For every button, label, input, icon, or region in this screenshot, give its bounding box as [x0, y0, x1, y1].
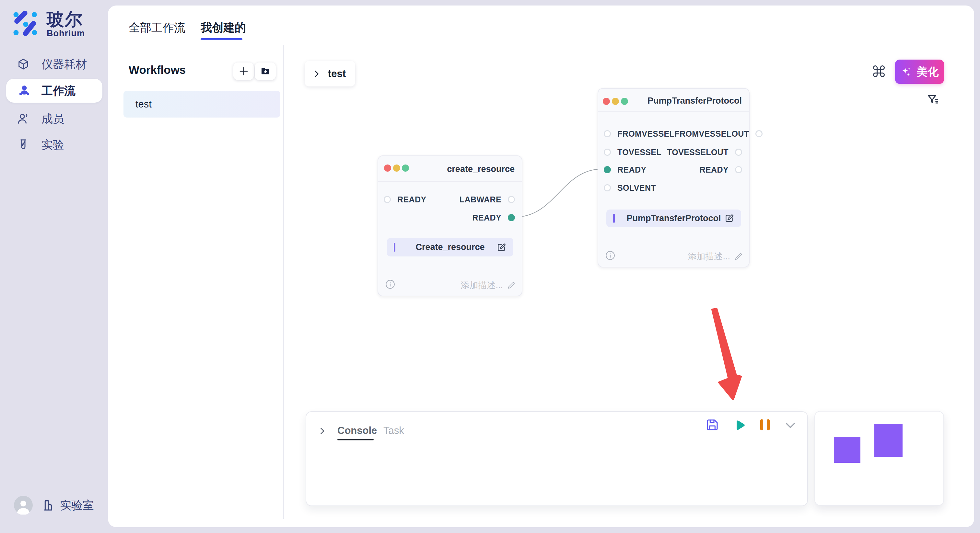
edit-icon[interactable] — [724, 213, 735, 224]
node-create-resource[interactable]: create_resource READY LABWARE READY Crea… — [377, 155, 522, 296]
description-field[interactable]: 添加描述... — [460, 279, 516, 291]
tabbar-divider — [108, 45, 974, 45]
node-action-pill[interactable]: PumpTransferProtocol — [606, 209, 741, 227]
port-dot[interactable] — [604, 130, 611, 137]
port-label: READY — [397, 195, 426, 204]
node-pump-transfer-protocol[interactable]: PumpTransferProtocol FROMVESSEL FROMVESS… — [598, 88, 749, 268]
port-label: READY — [617, 165, 646, 174]
beautify-button[interactable]: 美化 — [895, 60, 944, 84]
building-icon — [43, 499, 56, 512]
breadcrumb-label: test — [328, 68, 346, 80]
port-row: TOVESSEL TOVESSELOUT — [598, 147, 749, 158]
user-avatar[interactable] — [14, 496, 33, 514]
info-icon[interactable] — [605, 250, 616, 261]
port-label: LABWARE — [460, 195, 501, 204]
import-workflow-button[interactable] — [255, 62, 276, 80]
traffic-green-dot — [402, 165, 409, 171]
filter-icon[interactable] — [927, 93, 939, 106]
input-port-ready[interactable]: READY — [604, 165, 646, 174]
node-title: create_resource — [447, 164, 515, 174]
output-port-labware[interactable]: LABWARE — [460, 195, 515, 204]
node-footer: 添加描述... — [598, 246, 749, 267]
test-tube-icon — [17, 138, 30, 151]
chevron-right-icon — [312, 70, 321, 78]
minimap-node-pump-transfer — [874, 424, 902, 457]
package-icon — [17, 58, 30, 71]
lab-switcher[interactable]: 实验室 — [43, 498, 94, 513]
console-active-underline — [337, 439, 374, 440]
chevron-down-icon[interactable] — [783, 418, 798, 432]
port-row: READY READY — [598, 164, 749, 175]
add-workflow-button[interactable] — [233, 62, 254, 80]
save-icon[interactable] — [706, 418, 719, 431]
traffic-yellow-dot — [612, 98, 619, 105]
workflows-panel-title: Workflows — [129, 63, 186, 76]
sidebar-item-members[interactable]: 成员 — [0, 107, 108, 131]
pause-icon[interactable] — [760, 418, 772, 431]
pill-label: PumpTransferProtocol — [627, 213, 721, 224]
expand-chevron-icon[interactable] — [317, 426, 327, 436]
pencil-icon — [507, 281, 516, 290]
node-header[interactable]: create_resource — [378, 156, 522, 182]
traffic-yellow-dot — [393, 165, 400, 171]
workflow-group-icon — [18, 84, 31, 97]
breadcrumb[interactable]: test — [305, 61, 355, 86]
sidebar-item-label: 工作流 — [41, 83, 75, 98]
brand-name-en: Bohrium — [47, 29, 85, 38]
output-port-ready[interactable]: READY — [472, 213, 515, 222]
node-header[interactable]: PumpTransferProtocol — [598, 89, 749, 112]
node-footer: 添加描述... — [378, 274, 522, 296]
sidebar-item-label: 成员 — [41, 111, 64, 127]
sidebar-footer: 实验室 — [14, 496, 94, 514]
tab-console[interactable]: Console — [337, 425, 377, 436]
node-title: PumpTransferProtocol — [648, 96, 742, 106]
port-label: FROMVESSELOUT — [675, 129, 749, 139]
sparkles-icon — [900, 66, 913, 78]
output-port-fromvesselout[interactable]: FROMVESSELOUT — [675, 129, 762, 139]
port-dot[interactable] — [604, 149, 611, 156]
port-dot[interactable] — [756, 130, 762, 137]
tab-created-by-me[interactable]: 我创建的 — [200, 20, 246, 35]
workflow-list-item[interactable]: test — [124, 90, 280, 117]
app-root: 玻尔 Bohrium 仪器耗材 工作流 成员 — [0, 0, 980, 533]
port-dot[interactable] — [384, 196, 391, 203]
sidebar-item-label: 实验 — [41, 137, 64, 152]
sidebar-item-experiment[interactable]: 实验 — [0, 133, 108, 157]
command-icon[interactable] — [872, 64, 886, 78]
sidebar-item-workflow[interactable]: 工作流 — [6, 79, 102, 103]
minimap-node-create-resource — [834, 437, 861, 463]
port-dot[interactable] — [735, 149, 742, 156]
input-port-tovessel[interactable]: TOVESSEL — [604, 148, 662, 157]
input-port-solvent[interactable]: SOLVENT — [604, 183, 656, 193]
console-panel: Console Task — [305, 411, 808, 506]
minimap[interactable] — [815, 411, 944, 506]
tab-all-workflows[interactable]: 全部工作流 — [129, 20, 185, 35]
brand-name-cn: 玻尔 — [47, 10, 85, 29]
brand-logo: 玻尔 Bohrium — [12, 10, 85, 38]
port-row: SOLVENT — [598, 182, 749, 194]
tab-task[interactable]: Task — [383, 425, 404, 436]
beautify-label: 美化 — [917, 65, 939, 79]
members-icon — [17, 113, 30, 125]
run-icon[interactable] — [732, 418, 746, 432]
sidebar-item-instruments[interactable]: 仪器耗材 — [0, 52, 108, 76]
port-row: READY LABWARE — [378, 194, 522, 205]
port-dot[interactable] — [508, 196, 515, 203]
port-dot[interactable] — [604, 184, 611, 191]
port-dot[interactable] — [735, 166, 742, 173]
info-icon[interactable] — [385, 279, 396, 290]
workflow-item-label: test — [135, 98, 152, 110]
description-field[interactable]: 添加描述... — [688, 251, 743, 262]
input-port-ready[interactable]: READY — [384, 195, 426, 204]
node-action-pill[interactable]: Create_resource — [387, 238, 513, 257]
output-port-ready[interactable]: READY — [699, 165, 742, 174]
description-placeholder: 添加描述... — [460, 279, 503, 291]
traffic-red-dot — [603, 98, 610, 105]
port-dot-connected[interactable] — [508, 214, 515, 221]
output-port-tovesselout[interactable]: TOVESSELOUT — [667, 148, 742, 157]
input-port-fromvessel[interactable]: FROMVESSEL — [604, 129, 675, 139]
description-placeholder: 添加描述... — [688, 251, 730, 262]
port-dot-connected[interactable] — [604, 166, 611, 173]
bohrium-logo-icon — [12, 10, 41, 37]
edit-icon[interactable] — [496, 242, 507, 252]
